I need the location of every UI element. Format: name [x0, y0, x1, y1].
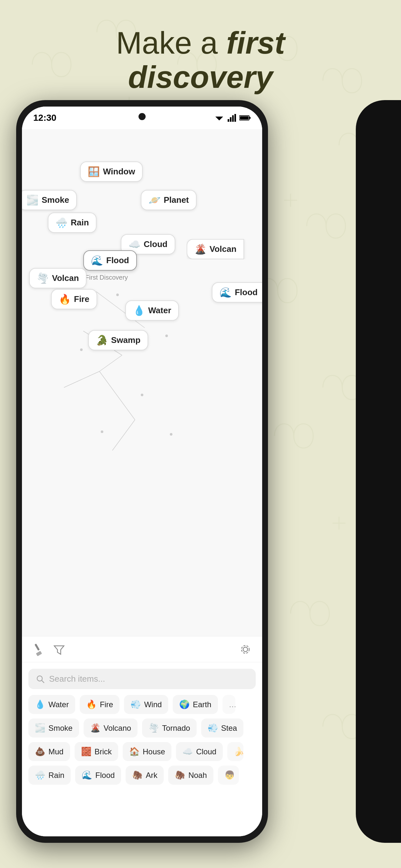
item-volcano-label: Volcano [104, 724, 131, 733]
search-icon [36, 675, 44, 683]
item-mud[interactable]: 💩 Mud [28, 742, 70, 761]
item-wind-emoji: 💨 [130, 700, 141, 709]
item-brick[interactable]: 🧱 Brick [74, 742, 118, 761]
planet-label: Planet [164, 195, 189, 205]
search-bar[interactable]: Search items... [28, 669, 256, 689]
svg-rect-6 [249, 117, 251, 119]
item-row1-more[interactable]: … [222, 695, 235, 714]
svg-line-13 [99, 371, 135, 420]
canvas-chip-rain[interactable]: 🌧️ Rain [48, 213, 96, 233]
item-fire-label: Fire [100, 700, 113, 709]
svg-point-19 [101, 430, 103, 433]
item-ark-label: Ark [146, 771, 157, 780]
svg-point-17 [80, 348, 83, 351]
item-flood[interactable]: 🌊 Flood [75, 766, 121, 785]
svg-line-12 [112, 420, 135, 451]
canvas-chip-flood-right[interactable]: 🌊 Flood [212, 282, 262, 303]
smoke-label: Smoke [42, 195, 69, 205]
phone-frame: 12:30 [16, 100, 268, 843]
svg-point-16 [165, 335, 168, 337]
tornado-label: Volcan [52, 273, 79, 283]
volcano-label: Volcan [210, 244, 236, 254]
item-mud-label: Mud [49, 747, 64, 756]
canvas-chip-planet[interactable]: 🪐 Planet [141, 190, 197, 210]
water-emoji: 💧 [133, 305, 145, 316]
item-fire-emoji: 🔥 [86, 700, 96, 709]
canvas-chip-fire[interactable]: 🔥 Fire [51, 289, 97, 309]
svg-point-25 [242, 646, 249, 653]
svg-rect-22 [36, 651, 42, 656]
item-ark[interactable]: 🦣 Ark [126, 766, 164, 785]
canvas-area[interactable]: 🪟 Window 🌫️ Smoke 🪐 Planet 🌧️ Rain ☁️ [22, 129, 262, 662]
flood-right-emoji: 🌊 [220, 287, 232, 298]
cloud-emoji: ☁️ [128, 239, 141, 250]
svg-line-11 [64, 371, 99, 388]
settings-icon[interactable] [238, 642, 252, 656]
item-smoke-emoji: 🌫️ [35, 723, 45, 733]
header-section: Make a first discovery [0, 26, 401, 94]
canvas-chip-volcano[interactable]: 🌋 Volcan [187, 239, 244, 259]
item-steam-emoji: 💨 [208, 723, 218, 733]
canvas-chip-water[interactable]: 💧 Water [125, 300, 179, 321]
fire-emoji: 🔥 [59, 293, 71, 305]
search-placeholder: Search items... [49, 674, 105, 684]
svg-point-24 [243, 647, 248, 652]
header-normal-text: Make a [116, 26, 226, 60]
svg-point-18 [141, 394, 143, 396]
item-row3-more[interactable]: 🍌 [227, 742, 243, 761]
flood-center-label: Flood [106, 255, 129, 266]
item-cloud-label: Cloud [196, 747, 216, 756]
canvas-chip-tornado[interactable]: 🌪️ Volcan [29, 268, 87, 288]
item-smoke[interactable]: 🌫️ Smoke [28, 718, 79, 738]
bottom-panel: Search items... 💧 Water 🔥 Fire 💨 Wind 🌍 [22, 662, 262, 836]
items-row-1: 💧 Water 🔥 Fire 💨 Wind 🌍 Earth … [28, 695, 256, 714]
brush-icon[interactable] [32, 643, 45, 656]
item-tornado-emoji: 🌪️ [149, 723, 159, 733]
swamp-label: Swamp [111, 335, 141, 345]
swamp-emoji: 🐊 [96, 335, 108, 346]
item-water-label: Water [49, 700, 69, 709]
canvas-chip-flood-center[interactable]: 🌊 Flood [83, 250, 137, 271]
items-row-4: 🌧️ Rain 🌊 Flood 🦣 Ark 🦣 Noah 👦 A [28, 766, 256, 785]
header-bold-text: first [226, 26, 285, 60]
item-house-emoji: 🏠 [129, 747, 140, 756]
second-phone-frame [356, 100, 401, 843]
flood-center-emoji: 🌊 [91, 255, 103, 266]
item-steam[interactable]: 💨 Stea [201, 718, 243, 738]
fire-label: Fire [74, 294, 89, 304]
item-smoke-label: Smoke [49, 724, 73, 733]
planet-emoji: 🪐 [149, 194, 160, 206]
item-flood-label: Flood [95, 771, 115, 780]
item-house[interactable]: 🏠 House [123, 742, 172, 761]
item-brick-emoji: 🧱 [81, 747, 91, 756]
canvas-chip-swamp[interactable]: 🐊 Swamp [88, 330, 148, 350]
item-fire[interactable]: 🔥 Fire [80, 695, 120, 714]
flood-right-label: Flood [235, 287, 258, 298]
item-earth-label: Earth [193, 700, 211, 709]
item-rain-label: Rain [49, 771, 64, 780]
camera-dot [138, 113, 146, 120]
item-noah-emoji: 🦣 [175, 770, 185, 780]
svg-point-15 [116, 293, 119, 296]
item-cloud-emoji: ☁️ [182, 747, 193, 756]
item-cloud[interactable]: ☁️ Cloud [176, 742, 223, 761]
item-brick-label: Brick [95, 747, 112, 756]
item-earth[interactable]: 🌍 Earth [173, 695, 218, 714]
item-mud-emoji: 💩 [35, 747, 45, 756]
item-row4-more[interactable]: 👦 A [218, 766, 239, 785]
window-emoji: 🪟 [88, 166, 100, 177]
canvas-chip-smoke[interactable]: 🌫️ Smoke [22, 190, 77, 210]
first-discovery-label: First Discovery [84, 274, 129, 281]
item-water[interactable]: 💧 Water [28, 695, 75, 714]
item-rain[interactable]: 🌧️ Rain [28, 766, 71, 785]
item-noah[interactable]: 🦣 Noah [168, 766, 213, 785]
item-wind[interactable]: 💨 Wind [124, 695, 168, 714]
svg-marker-23 [54, 646, 64, 654]
canvas-chip-window[interactable]: 🪟 Window [80, 161, 143, 182]
toolbar [22, 636, 262, 662]
item-volcano[interactable]: 🌋 Volcano [84, 718, 137, 738]
item-steam-label: Stea [221, 724, 237, 733]
filter-icon[interactable] [52, 643, 66, 656]
item-tornado[interactable]: 🌪️ Tornado [142, 718, 197, 738]
item-noah-label: Noah [188, 771, 207, 780]
